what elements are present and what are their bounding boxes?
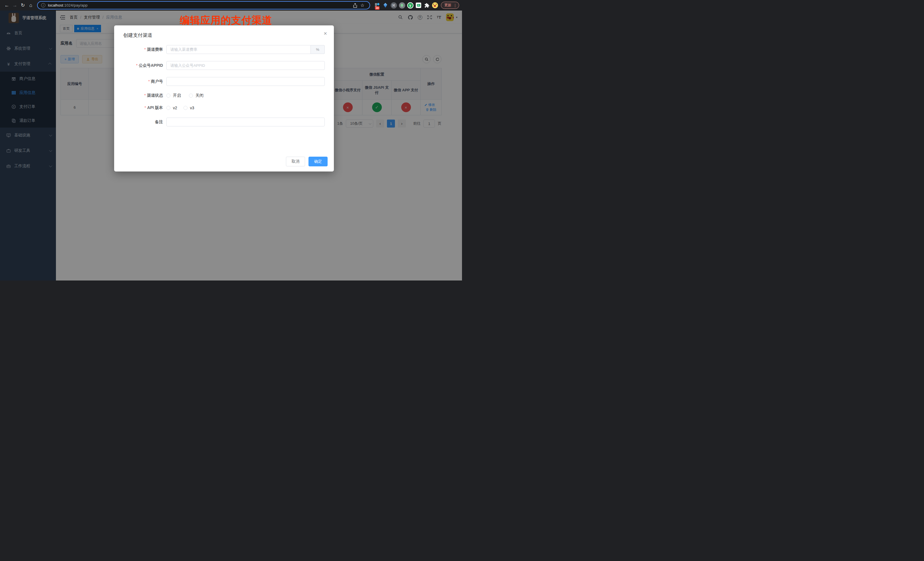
merchant-input[interactable] [166, 77, 325, 86]
radio-api-v3[interactable]: v3 [183, 106, 194, 110]
extension-blocks-icon[interactable]: 10 [374, 2, 381, 9]
radio-icon [166, 94, 170, 98]
required-asterisk: * [144, 105, 146, 110]
annotation-text: 编辑应用的支付渠道 [180, 14, 272, 27]
browser-back-icon[interactable]: ← [3, 2, 11, 9]
extensions-puzzle-icon[interactable] [423, 2, 430, 9]
required-asterisk: * [148, 79, 150, 84]
extension-y-icon[interactable]: y [406, 2, 414, 9]
browser-home-icon[interactable]: ⌂ [27, 2, 35, 9]
appid-label: *公众号APPID [114, 63, 166, 68]
radio-api-v2[interactable]: v2 [166, 106, 177, 110]
appid-input[interactable] [166, 61, 325, 70]
dialog-form: *渠道费率 % *公众号APPID *商户号 *渠道状态 [114, 45, 334, 134]
extension-command-icon[interactable]: ⌘ [390, 2, 397, 9]
confirm-button[interactable]: 确定 [309, 157, 328, 166]
browser-forward-icon[interactable]: → [11, 2, 19, 9]
dialog-title: 创建支付渠道 [123, 32, 152, 39]
merchant-label: *商户号 [114, 79, 166, 84]
app-viewport: 芋道管理系统 首页 系统管理 ¥ 支付管理 商户信息 [0, 10, 462, 280]
rate-input[interactable] [166, 45, 311, 54]
browser-reload-icon[interactable]: ↻ [19, 2, 27, 9]
remark-label: 备注 [114, 120, 166, 125]
rate-suffix: % [311, 45, 325, 54]
share-icon[interactable] [351, 3, 359, 8]
address-bar[interactable]: i localhost:1024/pay/app ☆ [37, 1, 370, 9]
radio-icon [189, 94, 193, 98]
browser-toolbar: ← → ↻ ⌂ i localhost:1024/pay/app ☆ 10 ⌘ … [0, 0, 462, 10]
extension-balloon-icon[interactable] [382, 2, 389, 9]
field-remark: 备注 [114, 118, 334, 126]
cancel-button[interactable]: 取消 [286, 157, 305, 166]
url-path: :1024/pay/app [63, 3, 88, 8]
required-asterisk: * [136, 63, 138, 68]
update-label: 更新 [444, 3, 452, 8]
field-merchant: *商户号 [114, 77, 334, 86]
rate-label: *渠道费率 [114, 47, 166, 52]
field-api-version: *API 版本 v2 v3 [114, 105, 334, 110]
url-text: localhost:1024/pay/app [48, 3, 88, 8]
browser-menu-kebab-icon[interactable]: ⋮ [453, 3, 457, 8]
remark-input[interactable] [166, 118, 325, 126]
url-host: localhost [48, 3, 63, 8]
field-appid: *公众号APPID [114, 61, 334, 70]
radio-icon [166, 106, 170, 110]
radio-icon [183, 106, 188, 110]
extension-chat-icon[interactable] [415, 2, 422, 9]
field-rate: *渠道费率 % [114, 45, 334, 54]
status-label: *渠道状态 [114, 93, 166, 98]
dialog-close-icon[interactable]: × [324, 30, 327, 36]
required-asterisk: * [144, 47, 146, 52]
create-channel-dialog: 创建支付渠道 × *渠道费率 % *公众号APPID *商户号 [114, 26, 334, 171]
radio-status-on[interactable]: 开启 [166, 93, 181, 98]
extension-badge: 10 [375, 6, 380, 10]
api-version-label: *API 版本 [114, 105, 166, 110]
bookmark-star-icon[interactable]: ☆ [359, 3, 366, 8]
profile-emoji-icon[interactable] [432, 2, 439, 9]
required-asterisk: * [144, 93, 146, 98]
site-info-icon[interactable]: i [41, 3, 45, 8]
radio-status-off[interactable]: 关闭 [189, 93, 204, 98]
dialog-footer: 取消 确定 [286, 157, 328, 166]
field-status: *渠道状态 开启 关闭 [114, 93, 334, 98]
browser-update-button[interactable]: 更新 ⋮ [441, 2, 459, 9]
extension-record-icon[interactable] [398, 2, 405, 9]
